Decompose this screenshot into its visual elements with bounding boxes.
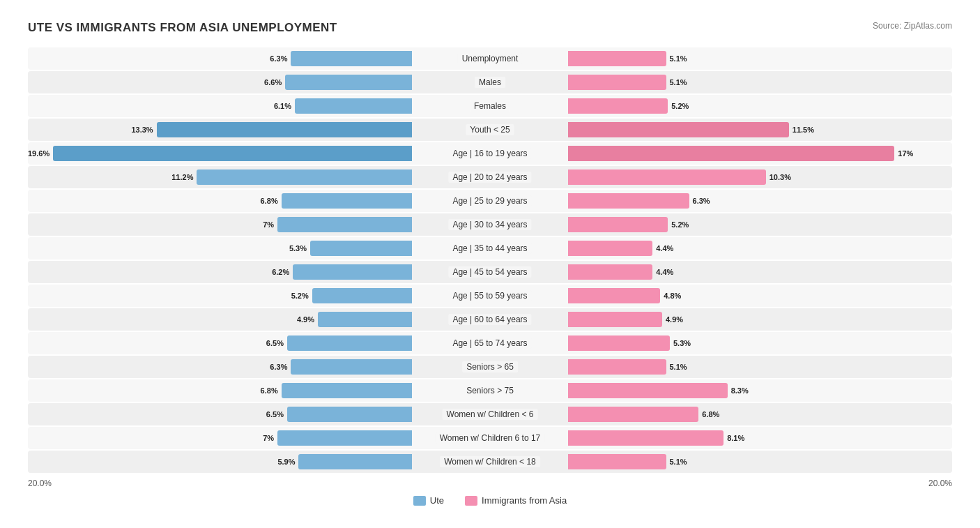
legend-immigrants-label: Immigrants from Asia xyxy=(482,495,567,506)
bar-right-container: 5.3% xyxy=(490,335,952,351)
bar-left-container: 11.2% xyxy=(28,169,490,185)
bar-right xyxy=(568,383,728,398)
bar-left-container: 6.6% xyxy=(28,75,490,90)
bar-left xyxy=(282,193,412,209)
bar-value-left: 5.2% xyxy=(291,292,309,300)
bar-value-left: 6.8% xyxy=(261,386,278,395)
bar-right-container: 4.4% xyxy=(490,264,952,280)
bar-left xyxy=(282,383,412,398)
bar-right-container: 11.5% xyxy=(490,122,952,137)
bar-left xyxy=(287,407,412,422)
bar-value-right: 6.3% xyxy=(693,197,710,205)
bar-left xyxy=(197,169,412,185)
axis-left: 20.0% xyxy=(28,478,52,488)
bar-left-container: 6.1% xyxy=(28,98,490,114)
chart-row: 6.2%Age | 45 to 54 years4.4% xyxy=(28,261,952,283)
bar-right xyxy=(568,146,894,161)
chart-row: 6.6%Males5.1% xyxy=(28,71,952,93)
bar-right-container: 4.4% xyxy=(490,241,952,256)
bar-value-right: 5.1% xyxy=(670,363,687,371)
bar-left-container: 13.3% xyxy=(28,122,490,137)
bar-value-left: 6.2% xyxy=(272,268,289,276)
bar-left-container: 6.5% xyxy=(28,407,490,422)
bar-left-container: 6.8% xyxy=(28,383,490,398)
axis-right: 20.0% xyxy=(928,478,952,488)
bar-value-right: 11.5% xyxy=(793,126,814,134)
bar-left-container: 6.8% xyxy=(28,193,490,209)
chart-container: UTE VS IMMIGRANTS FROM ASIA UNEMPLOYMENT… xyxy=(14,14,966,520)
bar-left xyxy=(291,51,412,66)
bar-value-left: 6.6% xyxy=(264,78,282,86)
bar-left xyxy=(310,241,412,256)
bar-right-container: 4.9% xyxy=(490,312,952,327)
bar-value-right: 4.4% xyxy=(656,244,673,252)
bar-right xyxy=(568,430,723,446)
bar-value-right: 8.1% xyxy=(727,434,744,442)
chart-row: 6.5%Women w/ Children < 66.8% xyxy=(28,403,952,425)
bar-value-right: 5.1% xyxy=(670,54,687,63)
bar-left xyxy=(291,359,412,375)
bar-left-container: 6.5% xyxy=(28,335,490,351)
bar-value-left: 6.3% xyxy=(270,54,287,63)
chart-row: 5.3%Age | 35 to 44 years4.4% xyxy=(28,237,952,259)
bar-left xyxy=(277,430,412,446)
legend-ute: Ute xyxy=(413,495,444,506)
bar-right xyxy=(568,98,668,114)
bar-value-right: 5.1% xyxy=(670,78,687,86)
bar-right xyxy=(568,217,668,232)
bar-right-container: 5.1% xyxy=(490,51,952,66)
bar-left-container: 5.2% xyxy=(28,288,490,303)
bar-value-right: 5.2% xyxy=(671,102,689,110)
legend-immigrants-box xyxy=(465,496,477,506)
bar-right-container: 5.2% xyxy=(490,98,952,114)
chart-row: 6.3%Unemployment5.1% xyxy=(28,47,952,70)
chart-row: 6.8%Age | 25 to 29 years6.3% xyxy=(28,190,952,212)
chart-row: 7%Women w/ Children 6 to 178.1% xyxy=(28,427,952,449)
bar-right-container: 8.1% xyxy=(490,430,952,446)
bar-right xyxy=(568,407,698,422)
bar-value-left: 11.2% xyxy=(171,173,193,181)
chart-row: 6.5%Age | 65 to 74 years5.3% xyxy=(28,332,952,354)
bar-right-container: 8.3% xyxy=(490,383,952,398)
bar-value-left: 6.5% xyxy=(266,339,284,347)
bar-value-right: 5.3% xyxy=(673,339,691,347)
bar-left xyxy=(285,75,412,90)
bar-value-left: 7% xyxy=(263,434,274,442)
bar-value-left: 19.6% xyxy=(28,149,49,158)
bar-right-container: 6.8% xyxy=(490,407,952,422)
bar-right xyxy=(568,75,666,90)
bar-left xyxy=(298,454,412,469)
legend-immigrants: Immigrants from Asia xyxy=(465,495,567,506)
legend-ute-label: Ute xyxy=(430,495,444,506)
bar-right xyxy=(568,51,666,66)
bar-right xyxy=(568,312,662,327)
bar-value-left: 5.9% xyxy=(277,458,295,466)
bar-value-right: 17% xyxy=(898,149,913,158)
axis-row: 20.0% 20.0% xyxy=(28,478,952,488)
bar-value-right: 5.1% xyxy=(670,458,687,466)
legend: Ute Immigrants from Asia xyxy=(28,495,952,506)
bar-value-left: 6.8% xyxy=(261,197,278,205)
bar-left xyxy=(312,288,412,303)
bar-value-left: 5.3% xyxy=(289,244,307,252)
bar-value-right: 5.2% xyxy=(671,220,689,229)
bar-right-container: 5.1% xyxy=(490,454,952,469)
bar-right-container: 4.8% xyxy=(490,288,952,303)
chart-row: 5.2%Age | 55 to 59 years4.8% xyxy=(28,285,952,307)
bar-left-container: 6.3% xyxy=(28,359,490,375)
bar-right xyxy=(568,241,652,256)
bar-left xyxy=(287,335,412,351)
chart-header: UTE VS IMMIGRANTS FROM ASIA UNEMPLOYMENT… xyxy=(28,21,952,35)
bar-value-right: 10.3% xyxy=(770,173,791,181)
bar-left-container: 19.6% xyxy=(28,146,490,161)
chart-row: 7%Age | 30 to 34 years5.2% xyxy=(28,213,952,236)
bar-right xyxy=(568,454,666,469)
bar-value-right: 4.9% xyxy=(666,315,683,324)
bar-value-left: 6.1% xyxy=(274,102,291,110)
bar-right-container: 5.2% xyxy=(490,217,952,232)
bar-left-container: 5.9% xyxy=(28,454,490,469)
bar-right-container: 5.1% xyxy=(490,75,952,90)
bar-left xyxy=(295,98,412,114)
bar-right-container: 17% xyxy=(490,146,952,161)
chart-row: 6.8%Seniors > 758.3% xyxy=(28,379,952,402)
